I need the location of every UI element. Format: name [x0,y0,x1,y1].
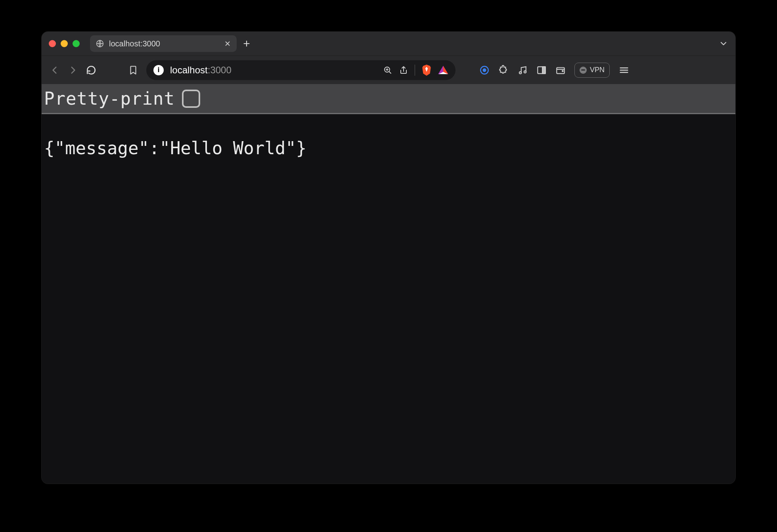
share-icon[interactable] [399,65,408,75]
reload-button[interactable] [86,65,96,75]
close-tab-button[interactable] [224,40,231,47]
pretty-print-bar: Pretty-print [42,84,735,114]
svg-rect-7 [542,67,545,73]
page-content[interactable]: {"message":"Hello World"} [42,114,735,484]
svg-point-9 [562,70,563,71]
separator [415,65,415,76]
vpn-label: VPN [590,66,605,74]
brave-shield-icon[interactable] [421,64,432,76]
browser-tab[interactable]: localhost:3000 [90,35,237,52]
tab-strip: localhost:3000 [42,32,735,55]
extensions-icon[interactable] [498,65,509,75]
browser-toolbar: i localhost:3000 [42,55,735,84]
tabs-overflow-button[interactable] [719,39,728,48]
address-host: localhost [170,65,208,75]
new-tab-button[interactable] [242,39,256,48]
svg-point-4 [519,71,521,73]
address-bar[interactable]: i localhost:3000 [146,60,455,80]
toolbar-right: VPN [479,63,630,78]
music-icon[interactable] [517,65,528,75]
wallet-icon[interactable] [555,65,566,75]
address-text: localhost:3000 [170,65,232,76]
close-window-button[interactable] [49,40,56,47]
bookmark-button[interactable] [128,64,138,76]
pretty-print-checkbox[interactable] [182,90,200,108]
pretty-print-label: Pretty-print [44,88,175,109]
vpn-button[interactable]: VPN [574,63,610,78]
address-port: :3000 [208,65,232,75]
svg-point-3 [483,69,486,71]
sidebar-icon[interactable] [536,65,547,75]
minimize-window-button[interactable] [61,40,68,47]
back-button[interactable] [50,65,60,75]
password-manager-icon[interactable] [479,65,490,75]
browser-window: localhost:3000 [42,32,735,484]
window-controls [49,40,80,47]
vpn-status-icon [580,67,587,74]
fullscreen-window-button[interactable] [73,40,80,47]
tab-title: localhost:3000 [109,39,219,48]
forward-button[interactable] [68,65,78,75]
zoom-icon[interactable] [383,65,392,75]
globe-icon [96,39,104,48]
svg-point-5 [524,71,526,73]
brave-rewards-icon[interactable] [438,66,448,75]
menu-button[interactable] [618,65,630,76]
site-info-icon[interactable]: i [153,65,164,75]
